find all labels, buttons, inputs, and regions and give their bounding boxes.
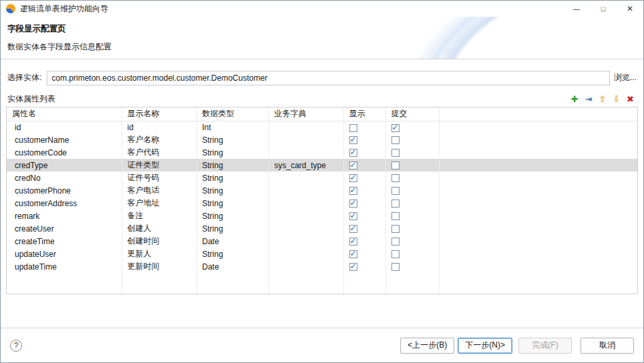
title-bar: 逻辑流单表维护功能向导 — □ ✕ — [1, 1, 643, 17]
show-checkbox[interactable] — [349, 225, 357, 233]
filler-cell — [439, 235, 637, 248]
data-type-cell: Date — [196, 260, 269, 273]
empty-cell — [196, 273, 269, 294]
show-checkbox[interactable] — [349, 238, 357, 246]
cancel-button[interactable]: 取消 — [581, 338, 634, 354]
submit-checkbox[interactable] — [391, 174, 399, 182]
data-type-cell: String — [196, 146, 269, 159]
table-row[interactable]: customerAddress客户地址String — [7, 197, 637, 210]
move-up-icon[interactable]: ⇧ — [599, 95, 606, 104]
table-row[interactable]: credType证件类型Stringsys_card_type — [7, 159, 637, 171]
dictionary-cell — [269, 197, 343, 210]
table-row[interactable]: credNo证件号码String — [7, 171, 637, 184]
show-checkbox[interactable] — [349, 136, 357, 144]
move-down-icon[interactable]: ⇩ — [613, 95, 620, 104]
show-cell — [343, 248, 385, 260]
table-row[interactable]: remark备注String — [7, 210, 637, 222]
col-filler — [439, 107, 637, 121]
show-checkbox[interactable] — [349, 161, 357, 169]
data-type-cell: String — [196, 171, 269, 184]
browse-button[interactable]: 浏览... — [613, 70, 638, 85]
show-checkbox[interactable] — [349, 149, 357, 157]
submit-cell — [385, 235, 439, 248]
submit-checkbox[interactable] — [391, 124, 399, 132]
filler-cell — [439, 146, 637, 159]
dictionary-cell — [269, 184, 343, 197]
col-data-type[interactable]: 数据类型 — [196, 107, 269, 121]
submit-checkbox[interactable] — [391, 250, 399, 258]
display-name-cell: 更新时间 — [122, 260, 196, 273]
filler-cell — [439, 210, 637, 222]
show-cell — [343, 197, 385, 210]
filler-cell — [439, 260, 637, 273]
table-row[interactable]: createTime创建时间Date — [7, 235, 637, 248]
property-table: 属性名 显示名称 数据类型 业务字典 显示 提交 ididIntcustomer… — [6, 107, 638, 294]
submit-checkbox[interactable] — [391, 187, 399, 195]
property-name-cell: remark — [7, 210, 122, 222]
show-checkbox[interactable] — [349, 174, 357, 182]
col-show[interactable]: 显示 — [343, 107, 385, 121]
empty-cell — [269, 273, 343, 294]
submit-checkbox[interactable] — [391, 238, 399, 246]
table-row[interactable]: updateUser更新人String — [7, 248, 637, 260]
property-list-header: 实体属性列表 ✚ ⇥ ⇧ ⇩ ✖ — [7, 93, 637, 105]
col-dictionary[interactable]: 业务字典 — [269, 107, 343, 121]
submit-checkbox[interactable] — [391, 263, 399, 271]
property-name-cell: customerPhone — [7, 184, 122, 197]
col-submit[interactable]: 提交 — [385, 107, 439, 121]
minimize-button[interactable]: — — [563, 1, 590, 17]
app-icon — [6, 4, 15, 13]
wizard-content: 选择实体: 浏览... 实体属性列表 ✚ ⇥ ⇧ ⇩ ✖ — [1, 59, 643, 328]
submit-cell — [385, 121, 439, 133]
property-name-cell: customerAddress — [7, 197, 122, 210]
show-cell — [343, 184, 385, 197]
dictionary-cell — [269, 235, 343, 248]
submit-checkbox[interactable] — [391, 149, 399, 157]
show-checkbox[interactable] — [349, 187, 357, 195]
table-row[interactable]: customerPhone客户电话String — [7, 184, 637, 197]
filler-cell — [439, 197, 637, 210]
close-button[interactable]: ✕ — [617, 1, 643, 17]
entity-input[interactable] — [47, 71, 610, 85]
show-cell — [343, 260, 385, 273]
maximize-button[interactable]: □ — [590, 1, 617, 17]
show-checkbox[interactable] — [349, 200, 357, 208]
minimize-icon: — — [573, 5, 581, 13]
col-display-name[interactable]: 显示名称 — [122, 107, 196, 121]
col-property-name[interactable]: 属性名 — [7, 107, 122, 121]
table-row[interactable]: ididInt — [7, 121, 637, 133]
display-name-cell: 创建人 — [122, 222, 196, 235]
table-row[interactable]: customerCode客户代码String — [7, 146, 637, 159]
property-name-cell: customerName — [7, 133, 122, 146]
dictionary-cell — [269, 171, 343, 184]
submit-checkbox[interactable] — [391, 136, 399, 144]
back-button[interactable]: <上一步(B) — [400, 338, 454, 354]
submit-checkbox[interactable] — [391, 212, 399, 220]
empty-cell — [439, 273, 637, 294]
table-row[interactable]: customerName客户名称String — [7, 133, 637, 146]
delete-icon[interactable]: ✖ — [627, 95, 634, 104]
submit-checkbox[interactable] — [391, 225, 399, 233]
submit-checkbox[interactable] — [391, 161, 399, 169]
show-checkbox[interactable] — [349, 124, 357, 132]
display-name-cell: 客户代码 — [122, 146, 196, 159]
table-row[interactable]: createUser创建人String — [7, 222, 637, 235]
display-name-cell: 客户地址 — [122, 197, 196, 210]
display-name-cell: 创建时间 — [122, 235, 196, 248]
wizard-banner: 字段显示配置页 数据实体各字段显示信息配置 — [1, 17, 643, 59]
insert-icon[interactable]: ⇥ — [585, 95, 592, 104]
table-row[interactable]: updateTime更新时间Date — [7, 260, 637, 273]
data-type-cell: String — [196, 159, 269, 171]
data-type-cell: String — [196, 248, 269, 260]
dictionary-cell — [269, 210, 343, 222]
show-checkbox[interactable] — [349, 250, 357, 258]
add-icon[interactable]: ✚ — [571, 95, 578, 104]
show-checkbox[interactable] — [349, 212, 357, 220]
display-name-cell: id — [122, 121, 196, 133]
submit-checkbox[interactable] — [391, 200, 399, 208]
show-checkbox[interactable] — [349, 263, 357, 271]
data-type-cell: String — [196, 197, 269, 210]
filler-cell — [439, 133, 637, 146]
help-button[interactable]: ? — [10, 340, 22, 352]
next-button[interactable]: 下一步(N)> — [458, 338, 512, 354]
